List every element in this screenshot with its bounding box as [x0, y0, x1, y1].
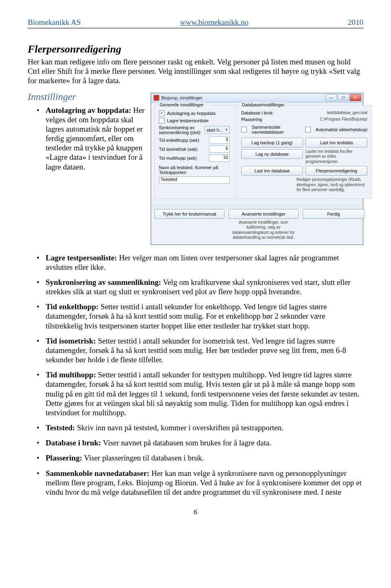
bullet-item: Database i bruk: Viser navnet på databas…	[37, 438, 363, 447]
bullet-body: Viser plasseringen til databasen i bruk.	[82, 454, 204, 462]
minimize-button[interactable]: —	[325, 94, 337, 101]
maximize-button[interactable]: ☐	[338, 94, 349, 101]
window-titlebar[interactable]: Biojump, innstillinger — ☐ ✕	[151, 93, 363, 103]
bullet-item: Tid multihopp: Setter testtid i antall s…	[37, 370, 363, 417]
section-title-flerperson: Flerpersonredigering	[28, 43, 363, 55]
bullet-body-autolagring: Her velges det om hoppdata skal lagres a…	[46, 106, 145, 171]
bullet-lead: Plassering:	[46, 454, 82, 462]
window-title: Biojump, innstillinger	[161, 95, 325, 100]
bullet-item: Lagre testpersonliste: Her velger man om…	[37, 253, 363, 272]
bullet-item: Tid enkelthopp: Setter testtid i antall …	[37, 302, 363, 330]
company-name: Biomekanikk AS	[28, 18, 81, 27]
note-flerperson: Rediger personopplysninger (Klubb, idret…	[297, 177, 367, 193]
button-ferdig[interactable]: Ferdig	[303, 209, 365, 219]
bullet-lead: Tid enkelthopp:	[46, 302, 99, 311]
bullet-lead: Sammenkoble navnedatabaser:	[46, 469, 149, 478]
bullet-item: Synkronisering av sammenlikning: Velg om…	[37, 277, 363, 296]
bullet-body: Skriv inn navn på teststed, kommer i ove…	[75, 423, 283, 432]
input-navn-teststed[interactable]: Teststed	[159, 176, 230, 184]
bullet-lead: Tid multihopp:	[46, 370, 96, 379]
bullet-autolagring: Autolagring av hoppdata: Her velges det …	[37, 106, 363, 172]
intro-paragraph: Her kan man redigere info om flere perso…	[28, 57, 363, 86]
header-url-link[interactable]: www.biomekanikk.no	[180, 18, 248, 27]
bullet-lead: Tid isometrisk:	[46, 337, 96, 345]
button-avanserte-innstillinger[interactable]: Avanserte innstillinger	[228, 209, 299, 219]
bullet-lead: Synkronisering av sammenlikning:	[46, 278, 161, 286]
page-header: Biomekanikk AS www.biomekanikk.no 2010	[28, 18, 363, 29]
page-number: 6	[28, 508, 363, 516]
bullet-item: Sammenkoble navnedatabaser: Her kan man …	[37, 469, 363, 497]
bullet-item: Teststed: Skriv inn navn på teststed, ko…	[37, 423, 363, 432]
app-icon	[154, 95, 159, 101]
note-avanserte: Avanserte innstillinger, som kalibrering…	[228, 220, 299, 240]
bullet-item: Plassering: Viser plasseringen til datab…	[37, 453, 363, 462]
bullet-lead-autolagring: Autolagring av hoppdata:	[46, 106, 131, 115]
bullet-item: Tid isometrisk: Setter testtid i antall …	[37, 336, 363, 365]
bullet-lead: Database i bruk:	[46, 438, 101, 447]
close-button[interactable]: ✕	[350, 94, 361, 101]
button-brukermanual[interactable]: Trykk her for brukermanual	[154, 209, 224, 219]
bullet-body: Viser navnet på databasen som brukes for…	[101, 438, 271, 447]
header-year: 2010	[348, 18, 363, 27]
bullet-lead: Lagre testpersonliste:	[46, 253, 117, 262]
bullet-lead: Teststed:	[46, 423, 75, 432]
